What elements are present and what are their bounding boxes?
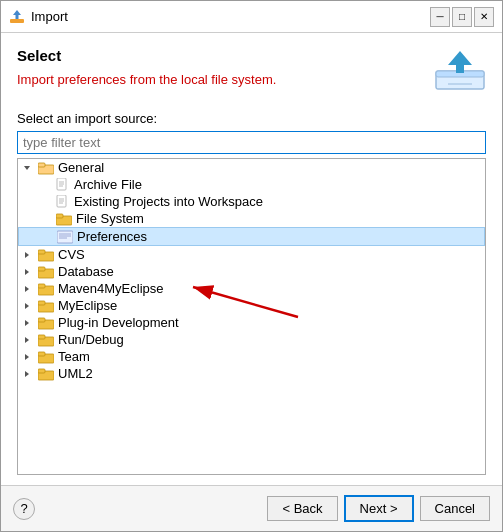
svg-marker-23 [25,252,29,258]
item-label-database: Database [58,264,114,279]
item-icon-team [38,350,54,364]
expand-icon-uml[interactable] [22,369,36,379]
expand-icon-database[interactable] [22,267,36,277]
tree-item-existing-projects[interactable]: Existing Projects into Workspace [18,193,485,210]
minimize-button[interactable]: ─ [430,7,450,27]
svg-rect-43 [38,352,45,356]
close-button[interactable]: ✕ [474,7,494,27]
item-icon-cvs [38,248,54,262]
item-label-plugin-dev: Plug-in Development [58,315,179,330]
maximize-button[interactable]: □ [452,7,472,27]
svg-rect-28 [38,267,45,271]
item-icon-archive-file [56,178,70,192]
expand-icon-cvs[interactable] [22,250,36,260]
item-label-preferences: Preferences [77,229,147,244]
page-title: Select [17,47,276,64]
expand-icon-myeclipse[interactable] [22,301,36,311]
help-button[interactable]: ? [13,498,35,520]
svg-rect-46 [38,369,45,373]
svg-rect-31 [38,284,45,288]
svg-marker-32 [25,303,29,309]
svg-marker-29 [25,286,29,292]
tree-root: General Archive File Existing Projects i… [18,159,485,382]
item-icon-database [38,265,54,279]
svg-rect-40 [38,335,45,339]
bottom-right: < Back Next > Cancel [267,495,490,522]
tree-item-maven4myeclipse[interactable]: Maven4MyEclipse [18,280,485,297]
item-label-cvs: CVS [58,247,85,262]
header-row: Select Import preferences from the local… [17,47,486,103]
svg-marker-4 [448,51,472,73]
svg-marker-1 [13,10,21,19]
item-label-file-system: File System [76,211,144,226]
svg-rect-18 [56,214,63,218]
window-icon [9,9,25,25]
window-title: Import [31,9,68,24]
item-label-general: General [58,160,104,175]
tree-item-cvs[interactable]: CVS [18,246,485,263]
subtitle-text: Import preferences from the local file s… [17,72,276,87]
title-bar-left: Import [9,9,68,25]
item-icon-preferences [57,230,73,244]
item-label-maven4myeclipse: Maven4MyEclipse [58,281,164,296]
tree-item-file-system[interactable]: File System [18,210,485,227]
svg-marker-6 [24,166,30,170]
tree-item-uml[interactable]: UML2 [18,365,485,382]
content-area: Select Import preferences from the local… [1,33,502,485]
item-label-existing-projects: Existing Projects into Workspace [74,194,263,209]
svg-marker-41 [25,354,29,360]
item-label-uml: UML2 [58,366,93,381]
tree-item-myeclipse[interactable]: MyEclipse [18,297,485,314]
tree-item-archive-file[interactable]: Archive File [18,176,485,193]
item-icon-general [38,161,54,175]
svg-rect-37 [38,318,45,322]
item-icon-myeclipse [38,299,54,313]
import-window: Import ─ □ ✕ Select Import preferences f… [0,0,503,532]
item-icon-file-system [56,212,72,226]
svg-rect-8 [38,163,45,167]
item-icon-existing-projects [56,195,70,209]
bottom-left: ? [13,498,35,520]
title-bar: Import ─ □ ✕ [1,1,502,33]
expand-icon-plugin-dev[interactable] [22,318,36,328]
item-label-myeclipse: MyEclipse [58,298,117,313]
svg-rect-34 [38,301,45,305]
bottom-bar: ? < Back Next > Cancel [1,485,502,531]
tree-item-team[interactable]: Team [18,348,485,365]
expand-icon-general[interactable] [22,163,36,173]
svg-marker-35 [25,320,29,326]
svg-marker-26 [25,269,29,275]
item-label-team: Team [58,349,90,364]
tree-container-outer: General Archive File Existing Projects i… [17,158,486,475]
item-icon-run-debug [38,333,54,347]
tree-area[interactable]: General Archive File Existing Projects i… [17,158,486,475]
svg-rect-0 [10,19,24,23]
tree-item-general[interactable]: General [18,159,485,176]
svg-rect-25 [38,250,45,254]
filter-input[interactable] [17,131,486,154]
header-text: Select Import preferences from the local… [17,47,276,103]
item-label-run-debug: Run/Debug [58,332,124,347]
expand-icon-team[interactable] [22,352,36,362]
section-label: Select an import source: [17,111,486,126]
cancel-button[interactable]: Cancel [420,496,490,521]
item-icon-maven4myeclipse [38,282,54,296]
item-icon-uml [38,367,54,381]
item-label-archive-file: Archive File [74,177,142,192]
tree-item-database[interactable]: Database [18,263,485,280]
expand-icon-run-debug[interactable] [22,335,36,345]
tree-item-run-debug[interactable]: Run/Debug [18,331,485,348]
tree-item-preferences[interactable]: Preferences [18,227,485,246]
tree-item-plugin-dev[interactable]: Plug-in Development [18,314,485,331]
expand-icon-maven4myeclipse[interactable] [22,284,36,294]
item-icon-plugin-dev [38,316,54,330]
next-button[interactable]: Next > [344,495,414,522]
svg-marker-38 [25,337,29,343]
title-bar-controls: ─ □ ✕ [430,7,494,27]
svg-marker-44 [25,371,29,377]
back-button[interactable]: < Back [267,496,337,521]
import-icon [434,49,486,93]
svg-rect-19 [57,231,73,243]
